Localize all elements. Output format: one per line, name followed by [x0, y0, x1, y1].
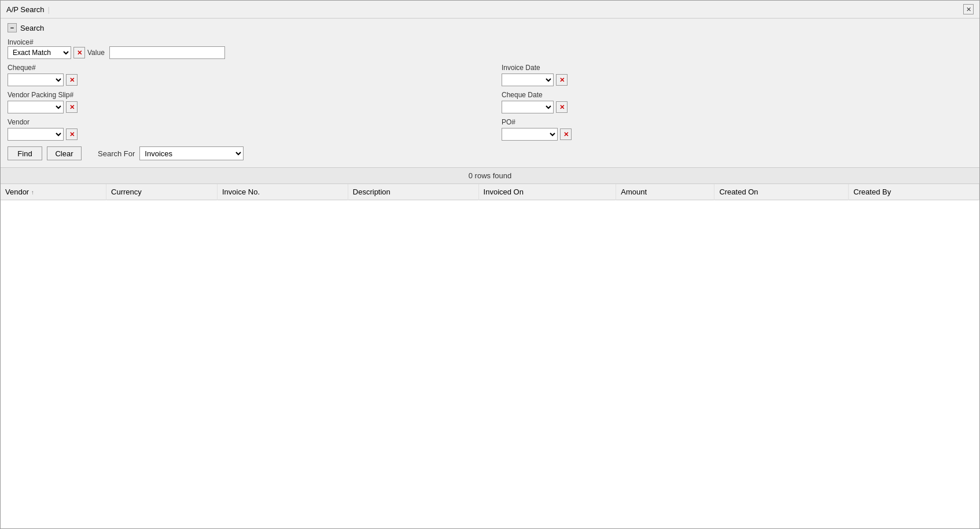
col-invoice-no-label: Invoice No. [222, 188, 260, 196]
col-created-on[interactable]: Created On [714, 184, 849, 200]
actions-row: Find Clear Search For Invoices Payments … [8, 146, 972, 160]
col-invoiced-on[interactable]: Invoiced On [478, 184, 616, 200]
col-invoice-no[interactable]: Invoice No. [218, 184, 348, 200]
vendor-packing-slip-row: Exact Match Contains ✕ [8, 101, 478, 113]
invoice-label: Invoice# [8, 38, 972, 46]
results-table: Vendor ↑ Currency Invoice No. Descriptio… [1, 184, 979, 200]
cheque-date-row: Today This Week This Month ✕ [502, 101, 972, 113]
table-header-row: Vendor ↑ Currency Invoice No. Descriptio… [1, 184, 979, 200]
invoice-field-group: Invoice# Exact Match Contains Starts Wit… [8, 38, 972, 59]
vendor-packing-slip-label: Vendor Packing Slip# [8, 91, 478, 99]
invoice-value-input[interactable] [109, 46, 225, 59]
cheque-date-dropdown[interactable]: Today This Week This Month [502, 101, 554, 113]
invoice-row: Exact Match Contains Starts With ✕ Value [8, 46, 972, 59]
vendor-dropdown[interactable]: Exact Match Contains [8, 128, 64, 141]
vendor-packing-slip-field-group: Vendor Packing Slip# Exact Match Contain… [8, 91, 478, 113]
cheque-label: Cheque# [8, 64, 478, 72]
window-title: A/P Search [6, 5, 45, 14]
col-created-by[interactable]: Created By [849, 184, 979, 200]
search-for-label: Search For [98, 149, 135, 158]
search-section: − Search Invoice# Exact Match Contains S… [1, 19, 979, 168]
col-created-on-label: Created On [719, 188, 758, 196]
section-title: Search [20, 24, 44, 32]
search-for-dropdown[interactable]: Invoices Payments Credits [139, 146, 244, 160]
fields-grid: Cheque# Exact Match Contains ✕ Invoice D… [8, 64, 972, 141]
col-currency-label: Currency [111, 188, 142, 196]
vendor-clear-button[interactable]: ✕ [66, 128, 78, 140]
col-amount[interactable]: Amount [616, 184, 714, 200]
col-description[interactable]: Description [348, 184, 478, 200]
po-row: Exact Match Contains ✕ [502, 128, 972, 141]
title-bar-left: A/P Search | [6, 5, 50, 14]
title-bar: A/P Search | ✕ [1, 1, 979, 19]
invoice-date-clear-button[interactable]: ✕ [556, 74, 568, 86]
cheque-clear-button[interactable]: ✕ [66, 74, 78, 86]
invoice-date-dropdown[interactable]: Today This Week This Month [502, 74, 554, 86]
invoice-date-label: Invoice Date [502, 64, 972, 72]
cheque-date-clear-button[interactable]: ✕ [556, 101, 568, 113]
close-button[interactable]: ✕ [963, 4, 974, 14]
invoice-value-label: Value [87, 49, 105, 57]
main-window: A/P Search | ✕ − Search Invoice# Exact M… [0, 0, 980, 529]
cheque-match-dropdown[interactable]: Exact Match Contains [8, 74, 64, 86]
col-vendor[interactable]: Vendor ↑ [1, 184, 106, 200]
vendor-field-group: Vendor Exact Match Contains ✕ [8, 118, 478, 141]
col-invoiced-on-label: Invoiced On [484, 188, 524, 196]
results-table-container[interactable]: Vendor ↑ Currency Invoice No. Descriptio… [1, 184, 979, 528]
vendor-packing-slip-clear-button[interactable]: ✕ [66, 101, 78, 113]
col-vendor-label: Vendor [5, 188, 29, 196]
cheque-row: Exact Match Contains ✕ [8, 74, 478, 86]
col-currency[interactable]: Currency [106, 184, 218, 200]
col-amount-label: Amount [621, 188, 647, 196]
find-button[interactable]: Find [8, 146, 42, 160]
cheque-date-field-group: Cheque Date Today This Week This Month ✕ [502, 91, 972, 113]
section-header: − Search [8, 23, 972, 32]
po-field-group: PO# Exact Match Contains ✕ [502, 118, 972, 141]
collapse-button[interactable]: − [8, 23, 17, 32]
invoice-clear-button[interactable]: ✕ [73, 47, 85, 58]
po-clear-button[interactable]: ✕ [560, 128, 572, 140]
invoice-date-field-group: Invoice Date Today This Week This Month … [502, 64, 972, 86]
results-status: 0 rows found [1, 168, 979, 184]
clear-button[interactable]: Clear [47, 146, 82, 160]
col-created-by-label: Created By [853, 188, 891, 196]
invoice-date-row: Today This Week This Month ✕ [502, 74, 972, 86]
vendor-packing-slip-dropdown[interactable]: Exact Match Contains [8, 101, 64, 113]
vendor-row: Exact Match Contains ✕ [8, 128, 478, 141]
po-label: PO# [502, 118, 972, 126]
results-section: 0 rows found Vendor ↑ Currency Invoice N… [1, 168, 979, 528]
col-description-label: Description [353, 188, 390, 196]
invoice-match-dropdown[interactable]: Exact Match Contains Starts With [8, 46, 71, 59]
cheque-date-label: Cheque Date [502, 91, 972, 99]
po-dropdown[interactable]: Exact Match Contains [502, 128, 558, 141]
cheque-field-group: Cheque# Exact Match Contains ✕ [8, 64, 478, 86]
sort-icon: ↑ [31, 189, 34, 196]
vendor-label: Vendor [8, 118, 478, 126]
